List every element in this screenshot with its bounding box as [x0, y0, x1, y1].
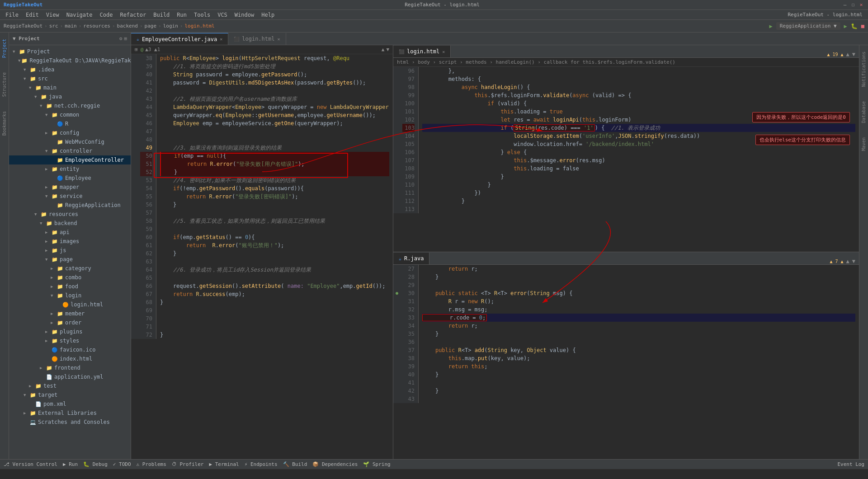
toolbar-debug[interactable]: 🐛 — [851, 23, 858, 29]
maven-label[interactable]: Maven — [860, 135, 867, 154]
tab-login-html[interactable]: ⬛ login.html ✕ — [228, 33, 286, 45]
sidebar-item-common[interactable]: ▼ 📁 common — [9, 110, 131, 119]
tab-close-employee[interactable]: ✕ — [220, 37, 222, 42]
terminal-btn[interactable]: ▶ Terminal — [209, 461, 239, 467]
menu-refactor[interactable]: Refactor — [116, 11, 150, 19]
debug-status-btn[interactable]: 🐛 Debug — [83, 461, 108, 467]
sidebar-expand[interactable]: ⊞ — [124, 36, 127, 42]
maximize-button[interactable]: ☐ — [850, 2, 856, 8]
expand-btn[interactable]: ▼ — [852, 51, 855, 57]
sidebar-item-external-libraries[interactable]: ▶ 📁 External Libraries — [9, 409, 131, 418]
breadcrumb-page[interactable]: page — [145, 23, 157, 29]
sidebar-item-styles[interactable]: ▶ 📁 styles — [9, 336, 131, 345]
tab-r-java[interactable]: ☕ R.java — [393, 253, 429, 264]
sidebar-item-net.cch.reggie[interactable]: ▼ 📁 net.cch.reggie — [9, 101, 131, 110]
menu-vcs[interactable]: VCS — [214, 11, 231, 19]
sidebar-item-login.html[interactable]: 🟠 login.html — [9, 300, 131, 309]
sidebar-item-target[interactable]: ▼ 📁 target — [9, 390, 131, 399]
endpoints-btn[interactable]: ⚡ Endpoints — [245, 461, 278, 467]
sidebar-item-reggietakeout-d:\java\reggietakeout[interactable]: ▼ 📁 ReggieTakeOut D:\JAVA\ReggieTakeOut — [9, 56, 131, 65]
bookmarks-panel-label[interactable]: Bookmarks — [1, 108, 8, 138]
sidebar-item-entity[interactable]: ▶ 📁 entity — [9, 164, 131, 174]
right-top-code-editor[interactable]: 96 97 98 99 100 101 102 103 104 105 106 — [393, 67, 859, 252]
reggie-app[interactable]: ReggieApplication ▼ — [776, 22, 840, 30]
minimize-button[interactable]: — — [842, 2, 848, 8]
tab-login-html-panel[interactable]: ⬛ login.html ✕ — [393, 46, 451, 57]
menu-edit[interactable]: Edit — [22, 11, 42, 19]
sidebar-item-combo[interactable]: ▶ 📁 combo — [9, 273, 131, 282]
project-panel-label[interactable]: Project — [1, 36, 8, 61]
notifications-label[interactable]: Notifications — [860, 49, 867, 89]
problems-btn[interactable]: ⚠ Problems — [137, 461, 166, 467]
tab-close[interactable]: ✕ — [442, 49, 445, 54]
sidebar-item-favicon.ico[interactable]: 🔵 favicon.ico — [9, 345, 131, 354]
right-bottom-code-editor[interactable]: ● 27 28 29 30 31 32 33 34 — [393, 265, 859, 459]
version-control-btn[interactable]: ⎇ Version Control — [4, 461, 57, 467]
breadcrumb-src[interactable]: src — [49, 23, 58, 29]
breadcrumb-main[interactable]: main — [65, 23, 77, 29]
tab-close-login[interactable]: ✕ — [277, 37, 280, 42]
profiler-btn[interactable]: ⏱ Profiler — [172, 461, 204, 467]
sidebar-item-member[interactable]: ▶ 📁 member — [9, 309, 131, 318]
sidebar-item-test[interactable]: ▶ 📁 test — [9, 381, 131, 390]
title-right[interactable]: — ☐ ✕ — [842, 2, 864, 8]
menu-help[interactable]: Help — [258, 11, 278, 19]
menu-navigate[interactable]: Navigate — [63, 11, 96, 19]
sidebar-item-backend[interactable]: ▼ 📁 backend — [9, 219, 131, 228]
sidebar-item-login[interactable]: ▼ 📁 login — [9, 291, 131, 300]
sidebar-item-employeecontroller[interactable]: 📁 EmployeeController — [9, 155, 131, 164]
menu-build[interactable]: Build — [150, 11, 173, 19]
event-log-btn[interactable]: Event Log — [837, 461, 864, 467]
sidebar-item-order[interactable]: ▶ 📁 order — [9, 318, 131, 327]
spring-btn[interactable]: 🌱 Spring — [363, 461, 390, 467]
sidebar-gear[interactable]: ⚙ — [119, 36, 123, 42]
sidebar-item-mapper[interactable]: ▶ 📁 mapper — [9, 183, 131, 192]
menu-code[interactable]: Code — [96, 11, 117, 19]
sidebar-item-food[interactable]: ▶ 📁 food — [9, 282, 131, 291]
left-code-editor[interactable]: 38 39 40 41 42 43 44 45 46 47 48 49 — [131, 54, 393, 459]
sidebar-item-employee[interactable]: 🔵 Employee — [9, 174, 131, 183]
sidebar-item-config[interactable]: ▶ 📁 config — [9, 128, 131, 137]
toolbar-run[interactable]: ▶ — [844, 23, 847, 29]
breadcrumb-login[interactable]: login — [163, 23, 178, 29]
sidebar-item-application.yml[interactable]: 📄 application.yml — [9, 372, 131, 381]
sidebar-item-java[interactable]: ▼ 📁 java — [9, 92, 131, 101]
sidebar-item-main[interactable]: ▼ 📁 main — [9, 83, 131, 92]
sidebar-item-r[interactable]: 🔵 R — [9, 119, 131, 128]
sidebar-item-controller[interactable]: ▼ 📁 controller — [9, 146, 131, 155]
sidebar-item-pom.xml[interactable]: 📄 pom.xml — [9, 399, 131, 409]
sidebar-item-images[interactable]: ▶ 📁 images — [9, 237, 131, 246]
todo-btn[interactable]: ✓ TODO — [113, 461, 131, 467]
menu-window[interactable]: Window — [231, 11, 258, 19]
sidebar-item-frontend[interactable]: ▶ 📁 frontend — [9, 363, 131, 372]
collapse-btn[interactable]: ▲ — [846, 51, 849, 57]
sidebar-item-webmvcconfig[interactable]: 📁 WebMvcConfig — [9, 137, 131, 146]
left-panel-expand[interactable]: ▼ — [386, 47, 389, 52]
sidebar-item-reggieapplication[interactable]: 📁 ReggieApplication — [9, 201, 131, 210]
sidebar-item-project[interactable]: ▼ 📁 Project — [9, 47, 131, 56]
sidebar-item-scratches-and-consoles[interactable]: 💻 Scratches and Consoles — [9, 418, 131, 427]
run-btn[interactable]: ▶ — [769, 23, 772, 29]
collapse-bottom[interactable]: ▲ — [846, 258, 849, 264]
run-status-btn[interactable]: ▶ Run — [63, 461, 78, 467]
sidebar-item-api[interactable]: ▶ 📁 api — [9, 228, 131, 237]
dependencies-btn[interactable]: 📦 Dependencies — [312, 461, 358, 467]
sidebar-item-page[interactable]: ▼ 📁 page — [9, 255, 131, 264]
sidebar-item-resources[interactable]: ▼ 📁 resources — [9, 210, 131, 219]
sidebar-item-plugins[interactable]: ▶ 📁 plugins — [9, 327, 131, 336]
tab-employee-controller[interactable]: ☕ EmployeeController.java ✕ — [131, 33, 228, 45]
expand-bottom[interactable]: ▼ — [852, 258, 855, 264]
menu-tools[interactable]: Tools — [190, 11, 214, 19]
menu-view[interactable]: View — [42, 11, 63, 19]
menu-file[interactable]: File — [2, 11, 22, 19]
sidebar-item-.idea[interactable]: ▼ 📁 .idea — [9, 65, 131, 74]
breadcrumb-backend[interactable]: backend — [117, 23, 138, 29]
database-label[interactable]: Database — [860, 99, 867, 126]
structure-panel-label[interactable]: Structure — [1, 70, 8, 99]
toolbar-stop[interactable]: ■ — [861, 23, 864, 29]
sidebar-item-src[interactable]: ▼ 📁 src — [9, 74, 131, 83]
sidebar-item-service[interactable]: ▼ 📁 service — [9, 192, 131, 201]
breadcrumb-file[interactable]: login.html — [184, 23, 214, 29]
left-panel-collapse[interactable]: ▲ — [382, 47, 385, 52]
sidebar-item-index.html[interactable]: 🟠 index.html — [9, 354, 131, 363]
